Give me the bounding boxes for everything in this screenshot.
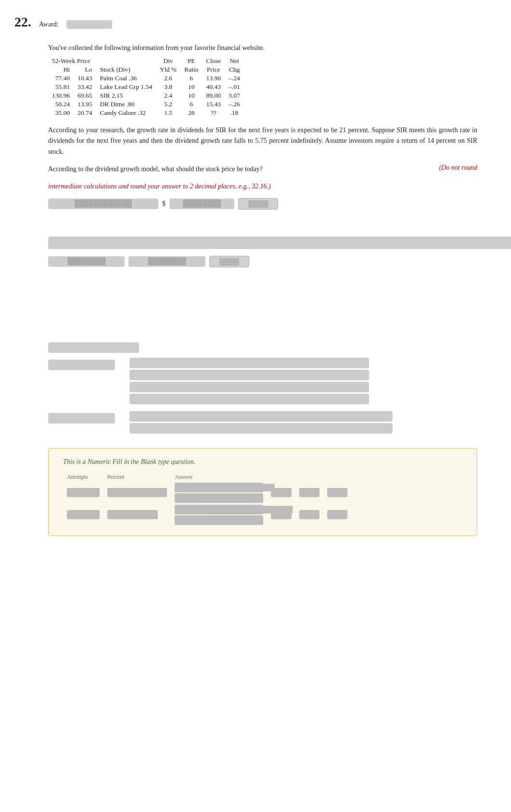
hints-title-label: ████████████ <box>48 342 139 353</box>
hint1-label: ████████ <box>48 360 115 370</box>
row1-lo: 10.43 <box>74 74 96 83</box>
bt-row2-col1: ███ <box>67 510 100 519</box>
bt-row2-col2: ██████ <box>107 510 158 519</box>
hint2-line2: █████████████████████████████████ <box>129 423 393 434</box>
hint1-line4: ██████████████████████████████ <box>129 394 369 404</box>
answer-row-2: ████████ ████████ ▓▓▓▓ <box>48 256 477 267</box>
row2-lo: 33.42 <box>74 83 96 91</box>
row3-ratio: 10 <box>180 91 202 100</box>
second-answer-value: ████████ <box>128 256 205 267</box>
award-value: ████████ <box>66 20 112 29</box>
row4-price: 15.43 <box>202 100 225 109</box>
bt-row2-col3-line1: ███████████████████ <box>175 505 263 514</box>
btcol-attempts: Attempts <box>63 473 103 482</box>
table-row: 55.81 33.42 Lake Lead Grp 1.54 3.8 10 40… <box>48 83 244 91</box>
btcol-percent: Percent <box>103 473 171 482</box>
row5-hi: 35.00 <box>48 109 74 117</box>
bt-row1-col5: ██ <box>299 488 319 497</box>
row3-chg: 3.07 <box>225 91 244 100</box>
intro-text: You've collected the following informati… <box>48 44 477 52</box>
table-header-row-1: 52-Week Price Div PE Close Net <box>48 57 244 65</box>
question-number: 22. <box>14 14 31 30</box>
row3-hi: 130.96 <box>48 91 74 100</box>
table-row: 130.96 69.65 SIR 2.15 2.4 10 89.00 3.07 <box>48 91 244 100</box>
row1-hi: 77.40 <box>48 74 74 83</box>
bt-row2-col3-line2: ██████████████ <box>175 515 263 525</box>
hint1-row: ████████ ████████████████████████████ ██… <box>48 358 477 404</box>
header-price: Price <box>202 65 225 74</box>
hint2-content: ████████████████████████████████████ ███… <box>129 411 393 434</box>
row4-lo: 13.95 <box>74 100 96 109</box>
row5-ratio: 28 <box>180 109 202 117</box>
bottom-box-title: This is a Numeric Fill in the Blank type… <box>63 458 462 466</box>
row5-stock: Candy Galore .32 <box>96 109 156 117</box>
row1-price: 13.90 <box>202 74 225 83</box>
second-answer-input[interactable]: ▓▓▓▓ <box>209 256 249 267</box>
row2-yld: 3.8 <box>156 83 180 91</box>
dollar-sign: $ <box>162 200 166 208</box>
answer-input-box[interactable]: ▓▓▓▓ <box>238 198 278 210</box>
row3-yld: 2.4 <box>156 91 180 100</box>
row3-lo: 69.65 <box>74 91 96 100</box>
hint1-line1: ████████████████████████████ <box>129 358 369 368</box>
hint1-line3: ███████████████████████████ <box>129 382 369 392</box>
row5-chg: .18 <box>225 109 244 117</box>
header-ratio: Ratio <box>180 65 202 74</box>
main-question-row: According to the dividend growth model, … <box>48 164 477 175</box>
bottom-box: This is a Numeric Fill in the Blank type… <box>48 448 477 536</box>
hints-section: ████████████ ████████ ██████████████████… <box>48 342 477 434</box>
row2-stock: Lake Lead Grp 1.54 <box>96 83 156 91</box>
row4-yld: 5.2 <box>156 100 180 109</box>
table-row: 35.00 20.74 Candy Galore .32 1.5 28 ?? .… <box>48 109 244 117</box>
table-row: 77.40 10.43 Palm Coal .36 2.6 6 13.90 –.… <box>48 74 244 83</box>
row5-price: ?? <box>202 109 225 117</box>
bt-row1-col6: ██ <box>327 488 347 497</box>
bt-row1-col1: ███ <box>67 488 100 497</box>
header-net: Net <box>225 57 244 65</box>
award-label: Award: <box>39 21 59 28</box>
second-question-blurred-text: ████████████████████████████████████████… <box>48 237 477 249</box>
content-area: You've collected the following informati… <box>48 44 477 536</box>
row4-ratio: 6 <box>180 100 202 109</box>
header-div: Div <box>156 57 180 65</box>
row1-stock: Palm Coal .36 <box>96 74 156 83</box>
hint2-line1: ████████████████████████████████████ <box>129 411 393 422</box>
question-main-text: According to the dividend growth model, … <box>48 164 436 175</box>
row3-price: 89.00 <box>202 91 225 100</box>
bt-row2-col4: ██ <box>271 510 291 519</box>
hint1-content: ████████████████████████████ ███████████… <box>129 358 369 404</box>
stock-table: 52-Week Price Div PE Close Net Hi Lo Sto… <box>48 57 244 117</box>
answer-label-blurred: ████████████ <box>48 199 158 209</box>
row1-ratio: 6 <box>180 74 202 83</box>
bottom-table-header: Attempts Percent Answer <box>63 473 351 482</box>
header-chg: Chg <box>225 65 244 74</box>
row5-lo: 20.74 <box>74 109 96 117</box>
bt-row2-col5: ██ <box>299 510 319 519</box>
table-header-row-2: Hi Lo Stock (Div) Yld % Ratio Price Chg <box>48 65 244 74</box>
header-lo: Lo <box>74 65 96 74</box>
answer-value-blurred: ████████ <box>169 199 234 209</box>
hint1-line2: ████████████████████████████████ <box>129 370 369 380</box>
row4-chg: –.26 <box>225 100 244 109</box>
header-hi: Hi <box>48 65 74 74</box>
table-row: 50.24 13.95 DR Dime .80 5.2 6 15.43 –.26 <box>48 100 244 109</box>
second-q-text: ████████████████████████████████████████… <box>48 237 511 249</box>
header-52week: 52-Week Price <box>48 57 156 65</box>
question-header: 22. Award: ████████ <box>14 14 497 30</box>
row3-stock: SIR 2.15 <box>96 91 156 100</box>
hint2-row: ████████ ███████████████████████████████… <box>48 411 477 434</box>
bt-row1-col4: ██ <box>271 488 291 497</box>
second-answer-label: ████████ <box>48 256 125 267</box>
hint2-label: ████████ <box>48 413 115 424</box>
btcol-answer: Answer <box>171 473 267 482</box>
description-text: According to your research, the growth r… <box>48 125 477 157</box>
answer-row-1: ████████████ $ ████████ ▓▓▓▓ <box>48 198 477 210</box>
bt-row2-col6: ██ <box>327 510 347 519</box>
no-round-note: (Do not round <box>439 164 477 172</box>
header-pe: PE <box>180 57 202 65</box>
row4-stock: DR Dime .80 <box>96 100 156 109</box>
page-container: 22. Award: ████████ You've collected the… <box>0 10 511 541</box>
row2-hi: 55.81 <box>48 83 74 91</box>
bottom-table-row: ███ ███████ ████████████████ ███████████… <box>63 482 351 504</box>
row2-ratio: 10 <box>180 83 202 91</box>
